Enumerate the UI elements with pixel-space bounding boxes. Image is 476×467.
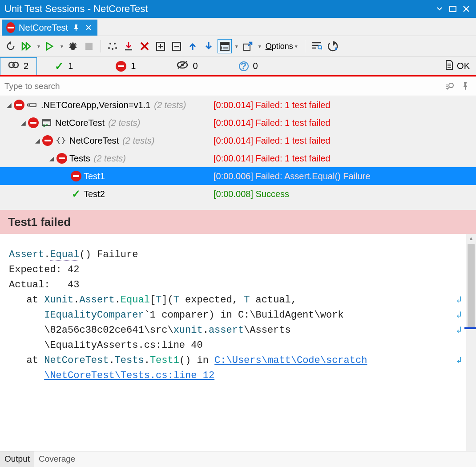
tab-coverage[interactable]: Coverage — [34, 451, 80, 467]
svg-text:C#: C# — [43, 123, 48, 127]
filter-bar: 2 ✓ 1 1 0 ? 0 OK — [0, 57, 476, 76]
svg-point-7 — [115, 47, 117, 49]
show-output-icon[interactable] — [218, 39, 232, 53]
project-icon: C# — [41, 117, 52, 129]
run-all-dropdown-icon[interactable]: ▼ — [36, 44, 41, 49]
filter-passed[interactable]: ✓ 1 — [47, 57, 81, 75]
namespace-icon — [55, 135, 67, 146]
tree-row[interactable]: Test1[0:00.006] Failed: Assert.Equal() F… — [0, 167, 476, 185]
fail-icon — [70, 170, 82, 182]
filter-failed[interactable]: 1 — [108, 57, 144, 75]
expand-arrow-icon[interactable]: ◢ — [4, 101, 13, 109]
svg-point-4 — [114, 43, 116, 44]
tree-node-name: NetCoreTest — [69, 136, 119, 146]
options-button[interactable]: Options ▼ — [264, 42, 300, 51]
filter-total-count: 2 — [24, 61, 28, 71]
svg-point-13 — [221, 48, 222, 50]
tree-node-result: [0:00.006] Failed: Assert.Equal() Failur… — [214, 171, 370, 181]
next-failed-icon[interactable] — [202, 39, 216, 53]
tree-node-name: .NETCoreApp,Version=v1.1 — [41, 100, 150, 110]
window-title: Unit Test Sessions - NetCoreTest — [4, 3, 148, 15]
svg-rect-11 — [220, 42, 229, 45]
output-text[interactable]: Assert.Equal() Failure Expected: 42 Actu… — [0, 234, 466, 451]
output-panel: Assert.Equal() Failure Expected: 42 Actu… — [0, 234, 476, 451]
vertical-scrollbar[interactable]: ▲ — [466, 234, 476, 451]
result-header: Test1 failed — [0, 210, 476, 234]
run-all-button[interactable] — [20, 39, 34, 53]
coverage-run-icon[interactable] — [326, 39, 340, 53]
pass-icon: ✓ — [70, 188, 82, 200]
stop-button[interactable] — [82, 39, 96, 53]
tree-row[interactable]: ◢NetCoreTest(2 tests)[0:00.014] Failed: … — [0, 132, 476, 149]
toolbar: ▼ ▼ ▼ ▼ Options ▼ — [0, 36, 476, 57]
status-label: OK — [457, 61, 470, 71]
framework-icon — [27, 99, 38, 111]
tab-output[interactable]: Output — [0, 451, 34, 467]
window-maximize-icon[interactable] — [448, 4, 458, 14]
pin-search-icon[interactable] — [459, 80, 472, 93]
tree-row[interactable]: ◢.NETCoreApp,Version=v1.1(2 tests)[0:00.… — [0, 96, 476, 114]
result-header-text: Test1 failed — [8, 215, 71, 229]
open-external-dropdown-icon[interactable]: ▼ — [258, 44, 262, 49]
session-tab[interactable]: NetCoreTest — [2, 20, 97, 36]
debug-button[interactable] — [66, 39, 80, 53]
collapse-all-icon[interactable] — [169, 39, 184, 53]
wrap-icon: ↲ — [456, 323, 462, 338]
test-tree[interactable]: ◢.NETCoreApp,Version=v1.1(2 tests)[0:00.… — [0, 96, 476, 203]
skipped-icon — [177, 60, 188, 72]
filter-skipped-count: 0 — [193, 61, 198, 71]
export-icon[interactable] — [121, 39, 136, 53]
pin-icon[interactable] — [72, 23, 81, 32]
scroll-up-icon[interactable]: ▲ — [466, 234, 476, 243]
run-dropdown-icon[interactable]: ▼ — [60, 44, 64, 49]
delete-icon[interactable] — [137, 39, 152, 53]
window-dropdown-icon[interactable] — [434, 4, 445, 14]
separator — [101, 40, 101, 52]
filter-total[interactable]: 2 — [0, 57, 37, 75]
show-output-dropdown-icon[interactable]: ▼ — [234, 44, 239, 49]
tree-row[interactable]: ◢C#NetCoreTest(2 tests)[0:00.014] Failed… — [0, 114, 476, 132]
tree-row[interactable]: ◢Tests(2 tests)[0:00.014] Failed: 1 test… — [0, 149, 476, 167]
tree-node-name: Test1 — [84, 171, 105, 181]
expand-arrow-icon[interactable]: ◢ — [33, 137, 42, 144]
svg-point-6 — [112, 48, 113, 50]
svg-point-20 — [449, 83, 453, 88]
svg-point-15 — [318, 45, 322, 49]
tree-node-result: [0:00.014] Failed: 1 test failed — [214, 136, 330, 146]
stacktrace-link[interactable]: \NetCoreTest\Tests.cs:line 12 — [44, 370, 214, 381]
status-indicator: OK — [445, 60, 470, 72]
wrap-icon: ↲ — [456, 308, 462, 323]
tree-node-name: Test2 — [84, 189, 105, 199]
repeat-run-icon[interactable] — [4, 39, 18, 53]
svg-rect-0 — [450, 6, 456, 12]
search-input[interactable] — [4, 81, 441, 91]
session-tabstrip: NetCoreTest — [0, 18, 476, 36]
tree-row[interactable]: ✓Test2[0:00.008] Success — [0, 185, 476, 203]
expand-arrow-icon[interactable]: ◢ — [19, 119, 28, 126]
stacktrace-link[interactable]: C:\Users\matt\Code\scratch — [214, 355, 367, 366]
tests-icon — [8, 60, 19, 72]
filter-failed-count: 1 — [131, 61, 136, 71]
tree-node-count: (2 tests) — [154, 100, 186, 110]
filter-skipped[interactable]: 0 — [169, 57, 206, 75]
expand-all-icon[interactable] — [153, 39, 168, 53]
open-external-icon[interactable] — [241, 39, 255, 53]
scrollbar-marker — [464, 327, 476, 329]
filter-ignored[interactable]: ? 0 — [231, 57, 266, 75]
filter-passed-count: 1 — [68, 61, 73, 71]
search-bar — [0, 76, 476, 96]
tree-node-result: [0:00.008] Success — [214, 189, 289, 199]
track-icon[interactable] — [105, 39, 120, 53]
filter-icon[interactable] — [310, 39, 324, 53]
prev-failed-icon[interactable] — [186, 39, 200, 53]
run-button[interactable] — [43, 39, 57, 53]
tree-node-count: (2 tests) — [94, 153, 126, 164]
expand-arrow-icon[interactable]: ◢ — [47, 155, 56, 162]
close-tab-icon[interactable] — [84, 23, 93, 32]
scrollbar-thumb[interactable] — [468, 244, 475, 329]
svg-point-5 — [108, 47, 110, 49]
window-close-icon[interactable] — [461, 4, 472, 14]
bottom-tabstrip: Output Coverage — [0, 451, 476, 467]
search-icon[interactable] — [444, 80, 456, 93]
window-titlebar: Unit Test Sessions - NetCoreTest — [0, 0, 476, 18]
